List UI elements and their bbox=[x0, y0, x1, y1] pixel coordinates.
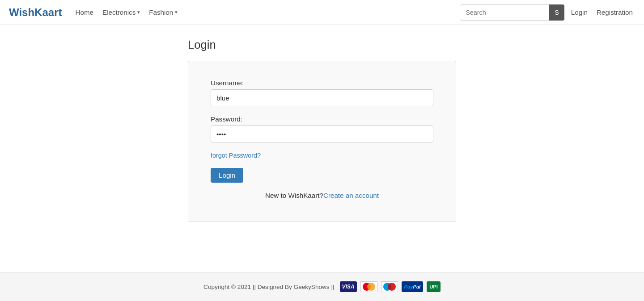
password-label: Password: bbox=[211, 115, 433, 123]
electronics-caret-icon: ▾ bbox=[137, 9, 140, 15]
paypal-icon: PayPal bbox=[402, 281, 424, 292]
upi-icon: UPI bbox=[427, 281, 441, 292]
login-card: Username: Password: forgot Password? Log… bbox=[188, 61, 456, 222]
password-group: Password: bbox=[211, 115, 433, 142]
create-account-link[interactable]: Create an account bbox=[323, 192, 379, 199]
footer-copyright: Copyright © 2021 || Designed By GeekySho… bbox=[203, 284, 334, 290]
footer: Copyright © 2021 || Designed By GeekySho… bbox=[0, 272, 644, 301]
new-account-section: New to WishKaart?Create an account bbox=[211, 192, 433, 199]
new-account-text: New to WishKaart? bbox=[265, 192, 323, 199]
brand-logo[interactable]: WishKaart bbox=[9, 6, 62, 19]
search-button[interactable]: S bbox=[549, 4, 564, 21]
visa-icon: VISA bbox=[340, 281, 357, 292]
page-title-container: Login bbox=[188, 38, 456, 56]
nav-electronics-dropdown[interactable]: Electronics ▾ bbox=[102, 8, 140, 16]
fashion-caret-icon: ▾ bbox=[175, 9, 178, 15]
page-title: Login bbox=[188, 38, 456, 56]
payment-icons: VISA PayPal UPI bbox=[340, 281, 441, 292]
username-label: Username: bbox=[211, 79, 433, 87]
username-input[interactable] bbox=[211, 89, 433, 106]
nav-fashion-dropdown[interactable]: Fashion ▾ bbox=[149, 8, 178, 16]
nav-links: Home Electronics ▾ Fashion ▾ bbox=[75, 8, 460, 16]
search-form: S bbox=[460, 4, 564, 21]
navbar: WishKaart Home Electronics ▾ Fashion ▾ S… bbox=[0, 0, 644, 25]
nav-registration-link[interactable]: Registration bbox=[594, 8, 635, 16]
nav-login-link[interactable]: Login bbox=[569, 8, 590, 16]
footer-content: Copyright © 2021 || Designed By GeekySho… bbox=[9, 281, 635, 292]
search-input[interactable] bbox=[460, 4, 549, 21]
password-input[interactable] bbox=[211, 125, 433, 142]
login-button[interactable]: Login bbox=[211, 168, 243, 183]
nav-right: S Login Registration bbox=[460, 4, 635, 21]
mastercard-icon bbox=[360, 281, 377, 292]
main-content: Login Username: Password: forgot Passwor… bbox=[0, 25, 644, 272]
nav-home[interactable]: Home bbox=[75, 8, 93, 16]
forgot-password-link[interactable]: forgot Password? bbox=[211, 152, 261, 159]
username-group: Username: bbox=[211, 79, 433, 106]
maestro-icon bbox=[381, 281, 398, 292]
